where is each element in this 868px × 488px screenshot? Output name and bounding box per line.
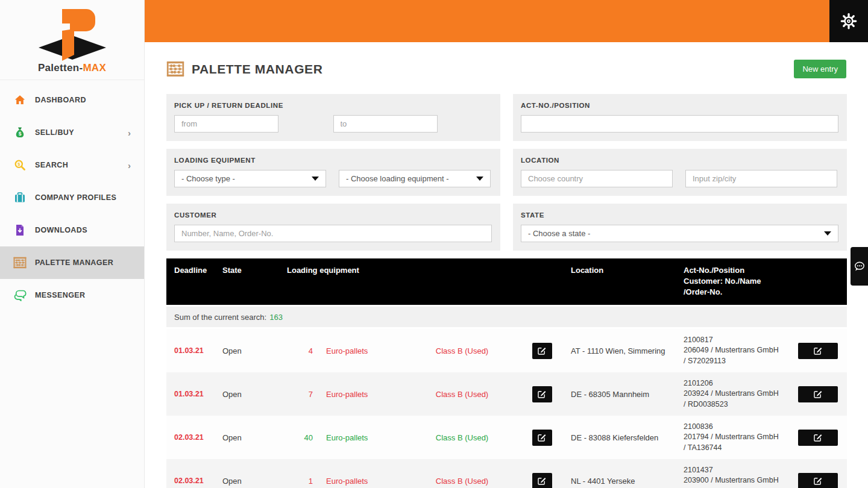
- edit-equipment-button[interactable]: [532, 386, 552, 402]
- act-no-input[interactable]: [521, 115, 838, 133]
- col-header-act-no: Act-No./Position Customer: No./Name /Ord…: [681, 265, 847, 298]
- sidebar-item-search[interactable]: $ SEARCH ›: [0, 149, 144, 181]
- cell-equipment: Euro-pallets: [313, 346, 409, 355]
- col-header-loading-equipment: Loading equipment: [280, 265, 569, 298]
- gear-icon: [840, 12, 858, 30]
- search-sum: Sum of the current search: 163: [166, 307, 847, 327]
- edit-pencil-icon: [538, 433, 546, 442]
- filter-location: LOCATION: [513, 149, 847, 196]
- chat-bubbles-icon: [13, 289, 27, 302]
- abacus-icon: [13, 256, 27, 269]
- cell-quantity: 7: [280, 390, 313, 399]
- cell-deadline: 02.03.21: [166, 433, 222, 442]
- cell-deadline: 01.03.21: [166, 390, 222, 398]
- filter-state: STATE - Choose a state -: [513, 204, 847, 251]
- edit-pencil-icon: [538, 346, 546, 355]
- chevron-right-icon: ›: [128, 160, 131, 170]
- zip-city-input[interactable]: [685, 170, 837, 187]
- choose-state-select[interactable]: - Choose a state -: [521, 225, 838, 242]
- edit-equipment-button[interactable]: [532, 430, 552, 446]
- cell-location: NL - 4401 Yerseke: [569, 477, 681, 486]
- table-header: Deadline State Loading equipment Locatio…: [166, 258, 847, 305]
- edit-entry-button[interactable]: [798, 386, 838, 402]
- edit-equipment-button[interactable]: [532, 473, 552, 488]
- cell-equipment-class: Class B (Used): [409, 346, 515, 355]
- table-row: 02.03.21 Open 1 Euro-pallets Class B (Us…: [166, 459, 847, 488]
- filter-label: LOADING EQUIPMENT: [174, 157, 492, 164]
- sidebar-item-company-profiles[interactable]: COMPANY PROFILES: [0, 181, 144, 214]
- sidebar-item-messenger[interactable]: MESSENGER: [0, 279, 144, 311]
- cell-act-no: 2100817 206049 / Mustertrans GmbH / S720…: [681, 335, 798, 367]
- home-icon: [13, 93, 27, 107]
- cell-state: Open: [222, 390, 280, 399]
- cell-equipment: Euro-pallets: [313, 390, 409, 399]
- sidebar-item-label: COMPANY PROFILES: [35, 193, 116, 202]
- filter-label: LOCATION: [521, 157, 838, 164]
- edit-pencil-icon: [538, 390, 546, 398]
- customer-input[interactable]: [174, 225, 492, 242]
- brand-logo[interactable]: Paletten-MAX: [0, 0, 144, 80]
- sidebar-item-label: PALETTE MANAGER: [35, 258, 113, 267]
- edit-entry-button[interactable]: [798, 473, 838, 488]
- sidebar-item-downloads[interactable]: DOWNLOADS: [0, 214, 144, 246]
- results-table: Deadline State Loading equipment Locatio…: [166, 258, 847, 488]
- filter-label: ACT-NO./POSITION: [521, 102, 838, 109]
- top-bar: [145, 0, 868, 42]
- caret-down-icon: [824, 231, 831, 236]
- edit-pencil-icon: [814, 477, 822, 485]
- cell-quantity: 1: [280, 477, 313, 486]
- edit-pencil-icon: [814, 433, 822, 442]
- feedback-chat-tab[interactable]: [851, 247, 868, 286]
- filter-deadline: PICK UP / RETURN DEADLINE: [166, 94, 500, 141]
- cell-location: DE - 83088 Kiefersfelden: [569, 433, 681, 442]
- cell-act-no: 2101206 203924 / Mustertrans GmbH / RD00…: [681, 378, 798, 410]
- caret-down-icon: [476, 177, 483, 181]
- main-content: PALETTE MANAGER New entry PICK UP / RETU…: [145, 42, 868, 488]
- brand-name: Paletten-MAX: [38, 62, 106, 74]
- edit-entry-button[interactable]: [798, 343, 838, 359]
- cell-equipment: Euro-pallets: [313, 433, 409, 442]
- sidebar-item-label: SELL/BUY: [35, 128, 74, 137]
- cell-deadline: 02.03.21: [166, 477, 222, 485]
- cell-equipment-class: Class B (Used): [409, 433, 515, 442]
- edit-pencil-icon: [538, 477, 546, 485]
- sidebar: Paletten-MAX DASHBOARD $ SELL/BUY ›: [0, 0, 145, 488]
- briefcase-icon: [13, 191, 27, 204]
- choose-type-select[interactable]: - Choose type -: [174, 170, 326, 187]
- cell-location: AT - 1110 Wien, Simmering: [569, 346, 681, 355]
- deadline-to-input[interactable]: [333, 115, 438, 133]
- cell-equipment: Euro-pallets: [313, 477, 409, 486]
- country-input[interactable]: [521, 170, 673, 187]
- sidebar-item-label: DOWNLOADS: [35, 226, 87, 234]
- new-entry-button[interactable]: New entry: [794, 60, 846, 78]
- search-dollar-icon: $: [13, 158, 27, 172]
- page-title: PALETTE MANAGER: [192, 62, 322, 77]
- filter-label: PICK UP / RETURN DEADLINE: [174, 102, 492, 109]
- choose-loading-equipment-select[interactable]: - Choose loading equipment -: [339, 170, 491, 187]
- deadline-from-input[interactable]: [174, 115, 278, 133]
- cell-act-no: 2100836 201794 / Mustertrans GmbH / TA13…: [681, 422, 798, 454]
- sidebar-item-dashboard[interactable]: DASHBOARD: [0, 84, 144, 116]
- sidebar-menu: DASHBOARD $ SELL/BUY › $ SEARCH: [0, 80, 144, 311]
- chevron-right-icon: ›: [128, 128, 131, 138]
- abacus-icon: [166, 61, 184, 77]
- sidebar-item-sell-buy[interactable]: $ SELL/BUY ›: [0, 116, 144, 149]
- svg-text:$: $: [17, 161, 20, 167]
- table-row: 02.03.21 Open 40 Euro-pallets Class B (U…: [166, 416, 847, 459]
- cell-state: Open: [222, 477, 280, 486]
- edit-equipment-button[interactable]: [532, 343, 552, 359]
- cell-state: Open: [222, 433, 280, 442]
- col-header-state: State: [222, 265, 280, 298]
- edit-pencil-icon: [814, 346, 822, 355]
- table-body: 01.03.21 Open 4 Euro-pallets Class B (Us…: [166, 329, 847, 488]
- cell-state: Open: [222, 346, 280, 355]
- filter-act-no: ACT-NO./POSITION: [513, 94, 847, 141]
- edit-entry-button[interactable]: [798, 430, 838, 446]
- caret-down-icon: [312, 177, 319, 181]
- file-download-icon: [13, 224, 27, 237]
- settings-button[interactable]: [829, 0, 868, 42]
- filter-label: STATE: [521, 211, 838, 219]
- svg-text:$: $: [19, 131, 22, 137]
- cell-quantity: 4: [280, 346, 313, 355]
- sidebar-item-palette-manager[interactable]: PALETTE MANAGER: [0, 246, 144, 279]
